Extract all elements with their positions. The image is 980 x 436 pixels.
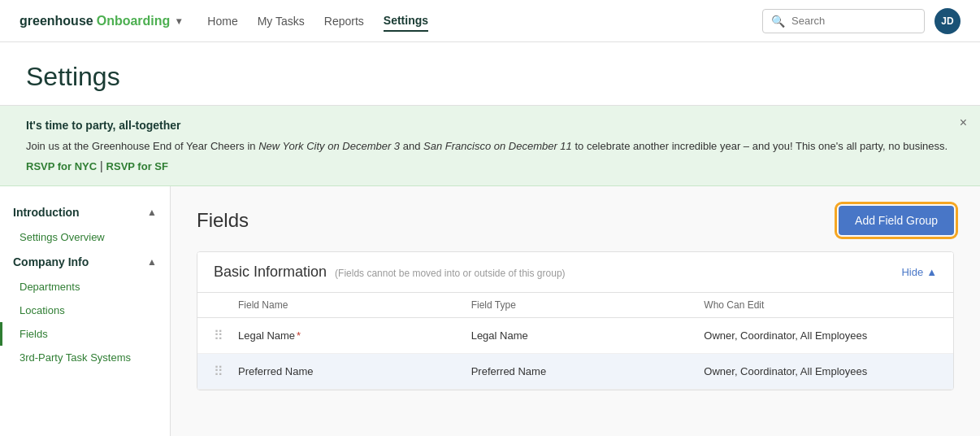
page-header: Settings <box>0 42 980 106</box>
col-header-field-type: Field Type <box>471 299 705 311</box>
hide-label: Hide <box>901 266 923 278</box>
logo-chevron-icon[interactable]: ▾ <box>176 15 181 27</box>
sidebar-section-company-info[interactable]: Company Info ▲ <box>0 249 170 275</box>
main-layout: Introduction ▲ Settings Overview Company… <box>0 186 980 437</box>
who-can-edit-cell: Owner, Coordinator, All Employees <box>704 329 937 342</box>
field-group-title: Basic Information <box>214 264 327 281</box>
table-row: ⠿ Preferred Name Preferred Name Owner, C… <box>197 354 953 390</box>
page-title: Settings <box>26 62 954 92</box>
banner-body-prefix: Join us at the Greenhouse End of Year Ch… <box>26 140 258 152</box>
chevron-up-icon-3: ▲ <box>926 266 937 278</box>
search-input[interactable] <box>791 15 916 27</box>
banner-body-suffix: to celebrate another incredible year – a… <box>572 140 947 152</box>
banner-links: RSVP for NYC | RSVP for SF <box>26 159 954 172</box>
app-header: greenhouse Onboarding ▾ Home My Tasks Re… <box>0 0 980 42</box>
table-header: Field Name Field Type Who Can Edit <box>197 293 953 318</box>
col-header-who-can-edit: Who Can Edit <box>704 299 937 311</box>
chevron-up-icon: ▲ <box>147 207 157 218</box>
search-icon: 🔍 <box>771 15 785 28</box>
announcement-banner: It's time to party, all-together Join us… <box>0 106 980 186</box>
sidebar-item-fields[interactable]: Fields <box>0 322 170 346</box>
who-can-edit-cell: Owner, Coordinator, All Employees <box>704 365 937 377</box>
sidebar-item-locations[interactable]: Locations <box>0 299 170 322</box>
field-group-basic-information: Basic Information (Fields cannot be move… <box>197 251 954 390</box>
table-row: ⠿ Legal Name* Legal Name Owner, Coordina… <box>197 318 953 354</box>
sidebar-section-company-info-label: Company Info <box>13 255 89 268</box>
field-group-header: Basic Information (Fields cannot be move… <box>197 252 953 293</box>
logo[interactable]: greenhouse Onboarding ▾ <box>20 14 181 28</box>
nav-reports[interactable]: Reports <box>324 11 364 31</box>
field-name-cell: Legal Name* <box>238 329 471 342</box>
nav-my-tasks[interactable]: My Tasks <box>258 11 305 31</box>
banner-title: It's time to party, all-together <box>26 119 954 132</box>
field-group-title-area: Basic Information (Fields cannot be move… <box>214 264 566 281</box>
content-header: Fields Add Field Group <box>197 206 954 235</box>
nav-home[interactable]: Home <box>207 11 237 31</box>
hide-button[interactable]: Hide ▲ <box>901 266 937 278</box>
field-name-cell: Preferred Name <box>238 365 471 377</box>
avatar[interactable]: JD <box>934 8 960 34</box>
fields-table: Field Name Field Type Who Can Edit ⠿ Leg… <box>197 293 953 390</box>
search-box[interactable]: 🔍 <box>762 9 925 33</box>
col-header-field-name: Field Name <box>238 299 471 311</box>
add-field-group-button[interactable]: Add Field Group <box>839 206 954 235</box>
logo-onboarding-text: Onboarding <box>97 14 171 28</box>
col-header-drag <box>214 299 238 311</box>
banner-separator: | <box>97 159 106 172</box>
sidebar-item-3rd-party[interactable]: 3rd-Party Task Systems <box>0 346 170 369</box>
close-icon[interactable]: × <box>960 116 967 130</box>
banner-body: Join us at the Greenhouse End of Year Ch… <box>26 138 954 155</box>
sidebar-section-introduction-label: Introduction <box>13 206 80 219</box>
field-type-cell: Legal Name <box>471 329 705 342</box>
fields-title: Fields <box>197 209 249 232</box>
header-right: 🔍 JD <box>762 8 960 34</box>
sidebar-item-departments[interactable]: Departments <box>0 275 170 299</box>
nav-settings[interactable]: Settings <box>384 11 428 32</box>
banner-nyc-italic: New York City on December 3 <box>258 140 400 152</box>
logo-greenhouse-text: greenhouse <box>20 14 93 28</box>
banner-body-middle: and <box>400 140 423 152</box>
field-type-cell: Preferred Name <box>471 365 705 377</box>
rsvp-nyc-link[interactable]: RSVP for NYC <box>26 160 97 172</box>
sidebar-item-settings-overview[interactable]: Settings Overview <box>0 225 170 249</box>
chevron-up-icon-2: ▲ <box>147 256 157 268</box>
main-nav: Home My Tasks Reports Settings <box>207 11 736 32</box>
sidebar-section-introduction[interactable]: Introduction ▲ <box>0 199 170 225</box>
main-content: Fields Add Field Group Basic Information… <box>171 186 980 437</box>
rsvp-sf-link[interactable]: RSVP for SF <box>106 160 168 172</box>
sidebar: Introduction ▲ Settings Overview Company… <box>0 186 171 437</box>
banner-sf-italic: San Francisco on December 11 <box>423 140 572 152</box>
field-group-note: (Fields cannot be moved into or outside … <box>335 268 566 279</box>
drag-handle-icon[interactable]: ⠿ <box>214 328 238 343</box>
required-marker: * <box>297 329 301 342</box>
drag-handle-icon[interactable]: ⠿ <box>214 364 238 379</box>
